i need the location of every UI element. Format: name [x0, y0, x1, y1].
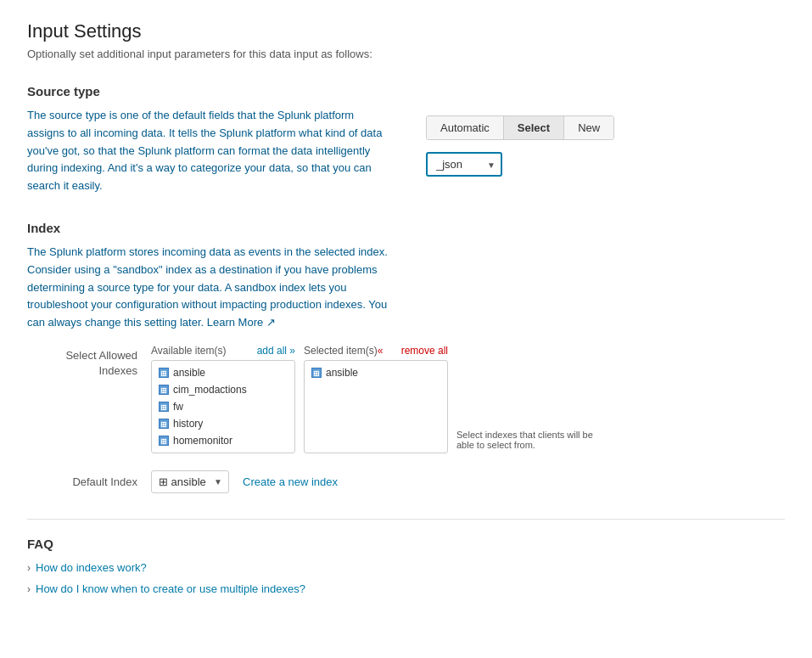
source-type-section: Source type The source type is one of th… [27, 84, 785, 195]
index-icon: ⊞ [159, 419, 169, 429]
available-panel: Available item(s) add all » ⊞ ansible ⊞ … [151, 345, 295, 453]
index-icon: ⊞ [159, 368, 169, 378]
default-index-select[interactable]: ⊞ ansible [151, 470, 229, 493]
index-icon: ⊞ [159, 385, 169, 395]
source-type-row: The source type is one of the default fi… [27, 107, 785, 195]
selected-panel: Selected item(s)« remove all ⊞ ansible [304, 345, 448, 453]
index-heading: Index [27, 221, 785, 235]
remove-all-link[interactable]: remove all [401, 345, 448, 357]
learn-more-link[interactable]: Learn More ↗ [207, 316, 276, 329]
chevron-right-icon: › [27, 583, 31, 595]
item-label: history [173, 418, 203, 430]
indexes-transfer: Available item(s) add all » ⊞ ansible ⊞ … [151, 345, 609, 453]
item-label: ansible [173, 367, 205, 379]
available-label: Available item(s) [151, 345, 226, 357]
available-header: Available item(s) add all » [151, 345, 295, 357]
faq-title: FAQ [27, 537, 785, 551]
source-type-heading: Source type [27, 84, 785, 98]
item-label: fw [173, 401, 183, 413]
select-button[interactable]: Select [504, 116, 564, 139]
index-icon: ⊞ [159, 436, 169, 446]
index-description: The Splunk platform stores incoming data… [27, 244, 392, 332]
faq-link-1[interactable]: How do indexes work? [36, 561, 147, 574]
create-new-index-link[interactable]: Create a new index [243, 475, 338, 488]
list-item[interactable]: ⊞ ansible [152, 364, 294, 381]
source-type-dropdown[interactable]: _json [426, 152, 502, 177]
index-icon: ⊞ [311, 368, 322, 378]
list-item[interactable]: ⊞ fw [152, 398, 294, 415]
page-subtitle: Optionally set additional input paramete… [27, 48, 785, 60]
index-icon: ⊞ [159, 402, 169, 412]
index-section: Index The Splunk platform stores incomin… [27, 221, 785, 493]
item-label: ansible [326, 367, 358, 379]
page-title: Input Settings [27, 20, 785, 42]
list-item[interactable]: ⊞ history [152, 415, 294, 432]
list-item[interactable]: ⊞ cim_modactions [152, 381, 294, 398]
selected-list[interactable]: ⊞ ansible [304, 360, 448, 453]
default-index-label: Default Index [27, 475, 137, 488]
selected-header: Selected item(s)« remove all [304, 345, 448, 357]
add-all-link[interactable]: add all » [257, 345, 295, 357]
list-item[interactable]: ⊞ homemonitor [152, 432, 294, 449]
available-list[interactable]: ⊞ ansible ⊞ cim_modactions ⊞ fw ⊞ histor… [151, 360, 295, 453]
source-type-button-group: Automatic Select New [426, 115, 614, 140]
default-index-row: Default Index ⊞ ansible Create a new ind… [27, 470, 785, 493]
allowed-indexes-label: Select AllowedIndexes [27, 345, 137, 379]
list-item[interactable]: ⊞ ansible [305, 364, 447, 381]
automatic-button[interactable]: Automatic [427, 116, 504, 139]
transfer-hint: Select indexes that clients will be able… [456, 430, 609, 450]
faq-item: › How do indexes work? [27, 561, 785, 574]
new-button[interactable]: New [564, 116, 613, 139]
item-label: cim_modactions [173, 384, 247, 396]
faq-item: › How do I know when to create or use mu… [27, 582, 785, 595]
source-type-controls: Automatic Select New _json [426, 107, 614, 177]
item-label: homemonitor [173, 435, 232, 447]
selected-label: Selected item(s)« [304, 345, 383, 357]
default-index-dropdown-wrapper: ⊞ ansible [151, 470, 229, 493]
faq-link-2[interactable]: How do I know when to create or use mult… [36, 582, 305, 595]
source-type-dropdown-wrapper: _json [426, 152, 502, 177]
faq-section: FAQ › How do indexes work? › How do I kn… [27, 519, 785, 595]
allowed-indexes-row: Select AllowedIndexes Available item(s) … [27, 345, 785, 453]
source-type-description: The source type is one of the default fi… [27, 107, 392, 195]
chevron-right-icon: › [27, 562, 31, 574]
source-type-text: The source type is one of the default fi… [27, 107, 392, 195]
